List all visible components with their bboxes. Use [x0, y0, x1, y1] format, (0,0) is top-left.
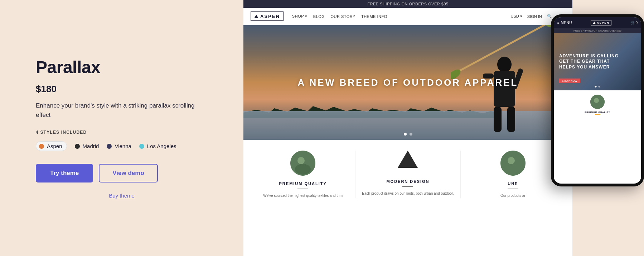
- desktop-nav: ASPEN SHOP ▾ BLOG OUR STORY THEME INFO U…: [243, 8, 572, 25]
- announcement-text: FREE SHIPPING ON ORDERS OVER $95: [367, 2, 448, 6]
- logo-text: ASPEN: [260, 14, 280, 19]
- mobile-hero-text: ADVENTURE IS CALLINGGET THE GEAR THATHEL…: [559, 53, 619, 70]
- premium-quality-desc: We've sourced the highest quality textil…: [256, 193, 350, 198]
- mobile-screen: ≡ MENU ASPEN 🛒 0 FREE SHIPPING ON ORDERS…: [554, 17, 641, 184]
- premium-quality-icon: [290, 151, 315, 176]
- style-option-aspen[interactable]: Aspen: [36, 141, 67, 151]
- buy-theme-link[interactable]: Buy theme: [36, 193, 208, 199]
- feature-item-3: UNE Our products ar: [461, 151, 565, 198]
- mobile-logo-triangle-icon: [593, 22, 596, 24]
- view-demo-button[interactable]: View demo: [99, 164, 158, 182]
- try-theme-button[interactable]: Try theme: [36, 164, 93, 182]
- svg-point-15: [594, 98, 599, 103]
- modern-design-title: MODERN DESIGN: [361, 179, 455, 184]
- modern-design-icon: [398, 151, 418, 168]
- button-row: Try theme View demo: [36, 164, 208, 182]
- style-option-vienna[interactable]: Vienna: [107, 143, 131, 149]
- mobile-feature-1: PREMIUM QUALITY: [557, 95, 638, 115]
- feature-3-title: UNE: [466, 181, 560, 186]
- mobile-shop-button[interactable]: SHOP NOW: [559, 79, 580, 83]
- theme-description: Enhance your brand's style with a striki…: [36, 101, 208, 120]
- mobile-preview-device: ≡ MENU ASPEN 🛒 0 FREE SHIPPING ON ORDERS…: [551, 14, 644, 186]
- hero-text: A NEW BREED OF OUTDOOR APPAREL: [298, 77, 518, 88]
- hero-overlay: A NEW BREED OF OUTDOOR APPAREL: [243, 25, 572, 140]
- madrid-label: Madrid: [83, 143, 99, 149]
- hero-dot-1[interactable]: [404, 133, 407, 136]
- svg-point-10: [297, 157, 305, 164]
- feature-3-desc: Our products ar: [466, 193, 560, 198]
- theme-price: $180: [36, 84, 208, 95]
- hero-dot-2[interactable]: [410, 133, 412, 136]
- modern-design-underline: [402, 186, 413, 187]
- vienna-dot: [107, 144, 112, 149]
- nav-our-story[interactable]: OUR STORY: [330, 14, 355, 19]
- nav-shop[interactable]: SHOP ▾: [292, 14, 308, 19]
- modern-design-desc: Each product draws on our roots, both ur…: [361, 191, 455, 196]
- style-options-group: Aspen Madrid Vienna Los Angeles: [36, 141, 208, 151]
- announcement-bar: FREE SHIPPING ON ORDERS OVER $95: [243, 0, 572, 8]
- mobile-hero-dots: [595, 86, 600, 87]
- mobile-logo: ASPEN: [591, 20, 611, 25]
- left-panel: Parallax $180 Enhance your brand's style…: [0, 0, 243, 256]
- la-dot: [139, 144, 144, 149]
- svg-point-11: [295, 164, 311, 175]
- style-option-la[interactable]: Los Angeles: [139, 143, 176, 149]
- la-label: Los Angeles: [147, 143, 176, 149]
- desktop-preview: FREE SHIPPING ON ORDERS OVER $95 ASPEN S…: [243, 0, 572, 256]
- features-section: PREMIUM QUALITY We've sourced the highes…: [243, 140, 572, 205]
- feature-premium-quality: PREMIUM QUALITY We've sourced the highes…: [251, 151, 355, 198]
- madrid-dot: [75, 144, 80, 149]
- mobile-dot-1[interactable]: [595, 86, 597, 87]
- mobile-logo-text: ASPEN: [597, 21, 609, 24]
- aspen-label: Aspen: [47, 143, 62, 149]
- mobile-feature-1-underline: [595, 114, 600, 115]
- premium-quality-underline: [297, 189, 308, 189]
- mobile-menu-icon[interactable]: ≡ MENU: [557, 21, 572, 25]
- mobile-nav: ≡ MENU ASPEN 🛒 0: [554, 17, 641, 28]
- nav-links: SHOP ▾ BLOG OUR STORY THEME INFO: [292, 14, 511, 19]
- hero-pagination: [404, 133, 412, 136]
- style-option-madrid[interactable]: Madrid: [75, 143, 99, 149]
- aspen-dot: [39, 144, 44, 149]
- mobile-feature-1-title: PREMIUM QUALITY: [557, 111, 638, 113]
- hero-section: A NEW BREED OF OUTDOOR APPAREL: [243, 25, 572, 140]
- nav-blog[interactable]: BLOG: [313, 14, 325, 19]
- mobile-hero: ADVENTURE IS CALLINGGET THE GEAR THATHEL…: [554, 33, 641, 90]
- mobile-dot-2[interactable]: [599, 86, 600, 87]
- theme-title: Parallax: [36, 57, 208, 77]
- mobile-feature-1-icon: [590, 95, 605, 109]
- mobile-features: PREMIUM QUALITY: [554, 90, 641, 119]
- feature-3-icon: [500, 151, 526, 176]
- styles-label: 4 STYLES INCLUDED: [36, 130, 208, 135]
- right-panel: FREE SHIPPING ON ORDERS OVER $95 ASPEN S…: [243, 0, 644, 256]
- mobile-announcement: FREE SHIPPING ON ORDERS OVER $95: [554, 28, 641, 33]
- logo-triangle-icon: [254, 15, 258, 18]
- vienna-label: Vienna: [115, 143, 131, 149]
- nav-signin[interactable]: SIGN IN: [527, 14, 542, 19]
- nav-logo: ASPEN: [251, 11, 284, 21]
- feature-modern-design: MODERN DESIGN Each product draws on our …: [355, 151, 460, 198]
- feature-3-underline: [508, 189, 518, 189]
- mobile-cart-icon[interactable]: 🛒 0: [630, 21, 638, 25]
- premium-quality-title: PREMIUM QUALITY: [256, 181, 350, 186]
- nav-currency[interactable]: USD ▾: [511, 14, 522, 19]
- nav-search-icon[interactable]: 🔍: [547, 14, 552, 19]
- nav-theme-info[interactable]: THEME INFO: [361, 14, 387, 19]
- svg-point-13: [508, 157, 515, 164]
